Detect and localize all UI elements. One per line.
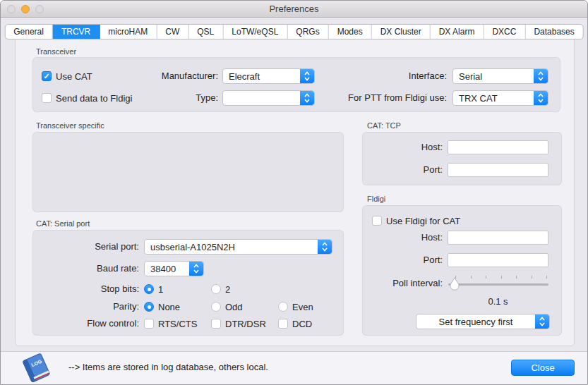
flow-rts-cts-checkbox[interactable]: RTS/CTS bbox=[144, 317, 197, 330]
footer: LOG --> Items are stored in log database… bbox=[1, 352, 587, 385]
type-label: Type: bbox=[119, 90, 218, 106]
radio-unselected-icon bbox=[211, 284, 221, 294]
baud-rate-label: Baud rate: bbox=[40, 261, 139, 276]
manufacturer-select[interactable]: Elecraft bbox=[222, 68, 315, 84]
use-fldigi-cat-checkbox[interactable]: Use Fldigi for CAT bbox=[372, 214, 460, 227]
stop-bits-radio-2[interactable]: 2 bbox=[211, 283, 230, 295]
stepper-icon bbox=[535, 314, 549, 329]
radio-unselected-icon bbox=[278, 302, 288, 312]
set-frequency-select[interactable]: Set frequency first bbox=[416, 314, 550, 329]
flow-dtr-dsr-checkbox[interactable]: DTR/DSR bbox=[211, 317, 266, 330]
baud-rate-value: 38400 bbox=[145, 264, 189, 274]
tab-dx-cluster[interactable]: DX Cluster bbox=[372, 25, 431, 39]
tab-general[interactable]: General bbox=[5, 25, 53, 39]
cat-tcp-port-input[interactable] bbox=[448, 163, 548, 177]
serial-port-select[interactable]: usbserial-A1025N2H bbox=[144, 239, 332, 255]
checkbox-unchecked-icon bbox=[372, 216, 382, 226]
manufacturer-value: Elecraft bbox=[223, 71, 300, 82]
use-fldigi-cat-label: Use Fldigi for CAT bbox=[386, 216, 460, 226]
tab-microham[interactable]: microHAM bbox=[100, 25, 157, 39]
radio-selected-icon bbox=[144, 284, 154, 294]
tab-modes[interactable]: Modes bbox=[329, 25, 372, 39]
stepper-icon bbox=[534, 69, 548, 83]
tab-cw[interactable]: CW bbox=[157, 25, 188, 39]
fldigi-port-label: Port: bbox=[372, 252, 443, 268]
checkbox-checked-icon: ✓ bbox=[42, 71, 52, 81]
type-select[interactable] bbox=[222, 90, 315, 106]
flow-rts-cts-label: RTS/CTS bbox=[158, 319, 197, 329]
zoom-window-icon bbox=[35, 5, 44, 13]
parity-label: Parity: bbox=[40, 299, 139, 314]
titlebar: Preferences bbox=[1, 1, 587, 18]
fldigi-host-label: Host: bbox=[372, 230, 443, 245]
fldigi-group-label: Fldigi bbox=[367, 195, 385, 203]
close-window-icon bbox=[7, 5, 16, 13]
tab-qrgs[interactable]: QRGs bbox=[287, 25, 328, 39]
ptt-value: TRX CAT bbox=[453, 93, 534, 104]
checkbox-unchecked-icon bbox=[42, 93, 52, 103]
tab-qsl[interactable]: QSL bbox=[188, 25, 223, 39]
stepper-icon bbox=[300, 69, 314, 83]
radio-unselected-icon bbox=[211, 302, 221, 312]
parity-odd-label: Odd bbox=[225, 302, 243, 312]
close-button[interactable]: Close bbox=[511, 360, 575, 376]
minimize-window-icon[interactable] bbox=[21, 5, 30, 13]
serial-port-value: usbserial-A1025N2H bbox=[145, 242, 318, 252]
stepper-icon bbox=[534, 91, 548, 105]
stepper-icon bbox=[189, 262, 203, 276]
transceiver-group-label: Transceiver bbox=[36, 47, 76, 56]
baud-rate-select[interactable]: 38400 bbox=[144, 261, 204, 276]
poll-interval-slider[interactable] bbox=[448, 276, 548, 291]
poll-interval-value: 0.1 s bbox=[448, 294, 548, 310]
tab-trcvr[interactable]: TRCVR bbox=[53, 25, 100, 39]
transceiver-specific-group-label: Transceiver specific bbox=[36, 121, 104, 130]
fldigi-port-input[interactable] bbox=[448, 253, 548, 267]
window-controls bbox=[7, 5, 44, 13]
stop-bits-label: Stop bits: bbox=[40, 281, 139, 297]
preferences-window: Preferences General TRCVR microHAM CW QS… bbox=[0, 0, 588, 385]
stop-bits-2-label: 2 bbox=[225, 284, 230, 295]
set-frequency-value: Set frequency first bbox=[416, 317, 535, 327]
poll-interval-label: Poll interval: bbox=[372, 276, 443, 291]
interface-select[interactable]: Serial bbox=[452, 68, 548, 84]
cat-tcp-host-input[interactable] bbox=[448, 140, 548, 154]
stepper-icon bbox=[300, 91, 314, 105]
log-book-icon: LOG bbox=[20, 353, 54, 384]
parity-even-label: Even bbox=[292, 302, 313, 312]
stop-bits-1-label: 1 bbox=[158, 284, 163, 295]
checkbox-unchecked-icon bbox=[144, 319, 154, 329]
parity-none-label: None bbox=[158, 302, 180, 312]
radio-selected-icon bbox=[144, 302, 154, 312]
transceiver-specific-group-box bbox=[32, 132, 344, 212]
checkbox-unchecked-icon bbox=[278, 319, 288, 329]
manufacturer-label: Manufacturer: bbox=[119, 68, 218, 84]
cat-tcp-port-label: Port: bbox=[372, 162, 443, 178]
cat-tcp-group-label: CAT: TCP bbox=[367, 121, 401, 130]
interface-value: Serial bbox=[453, 71, 534, 82]
slider-ticks bbox=[455, 276, 547, 279]
parity-radio-odd[interactable]: Odd bbox=[211, 300, 243, 313]
interface-label: Interface: bbox=[323, 68, 447, 84]
window-title: Preferences bbox=[1, 1, 587, 17]
slider-track[interactable] bbox=[448, 283, 548, 286]
flow-dcd-checkbox[interactable]: DCD bbox=[278, 317, 312, 330]
tab-databases[interactable]: Databases bbox=[525, 25, 582, 39]
tab-dxcc[interactable]: DXCC bbox=[484, 25, 525, 39]
ptt-select[interactable]: TRX CAT bbox=[452, 90, 548, 106]
flow-dcd-label: DCD bbox=[292, 319, 312, 329]
parity-radio-even[interactable]: Even bbox=[278, 300, 313, 313]
flow-control-label: Flow control: bbox=[40, 316, 139, 331]
flow-dtr-dsr-label: DTR/DSR bbox=[225, 319, 266, 329]
footer-note: --> Items are stored in log database, ot… bbox=[68, 352, 268, 383]
stop-bits-radio-1[interactable]: 1 bbox=[144, 283, 163, 295]
ptt-label: For PTT from Fldigi use: bbox=[323, 90, 447, 106]
slider-thumb-icon[interactable] bbox=[449, 277, 460, 291]
checkbox-unchecked-icon bbox=[211, 319, 221, 329]
cat-serial-group-label: CAT: Serial port bbox=[36, 219, 90, 228]
parity-radio-none[interactable]: None bbox=[144, 300, 180, 313]
tab-lotw-eqsl[interactable]: LoTW/eQSL bbox=[223, 25, 287, 39]
tab-dx-alarm[interactable]: DX Alarm bbox=[431, 25, 484, 39]
fldigi-host-input[interactable] bbox=[448, 231, 548, 245]
use-cat-checkbox[interactable]: ✓ Use CAT bbox=[42, 70, 92, 82]
stepper-icon bbox=[318, 240, 332, 254]
